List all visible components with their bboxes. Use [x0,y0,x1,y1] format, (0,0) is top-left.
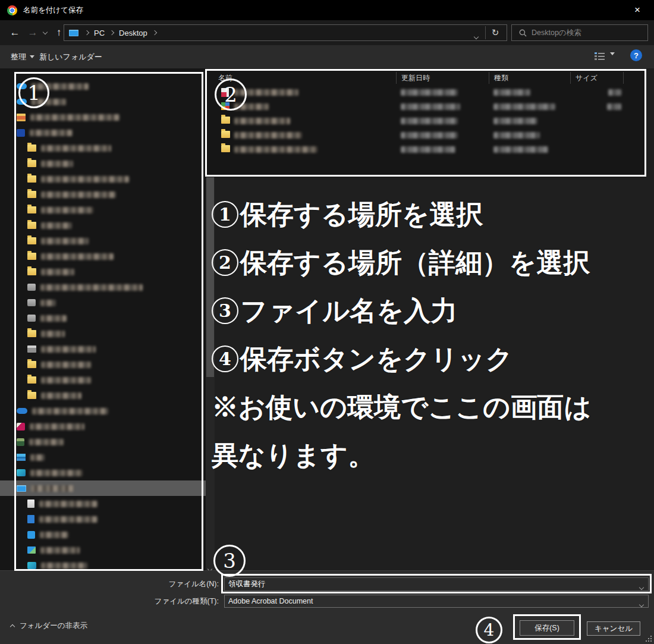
file-row[interactable] [206,115,646,127]
onedrive-icon [17,408,27,414]
tree-item[interactable] [0,372,206,388]
tree-item[interactable] [0,202,206,218]
cancel-button[interactable]: キャンセル [587,621,640,636]
redacted-label [41,392,81,399]
redacted-text [493,89,530,96]
tree-item[interactable] [0,341,206,357]
folder-icon [221,117,230,124]
filename-input[interactable]: 領収書発行 [224,577,649,591]
tree-item[interactable] [0,264,206,279]
breadcrumb-item-pc[interactable]: PC [92,29,107,37]
save-as-dialog: 名前を付けて保存 × ← → ↑ PC Desktop ↻ Desktopの検索 [0,0,654,644]
filetype-label: ファイルの種類(T): [0,596,219,607]
new-folder-button[interactable]: 新しいフォルダー [39,45,102,68]
tree-item[interactable] [0,450,206,465]
chevron-right-icon [152,30,157,35]
tree-item[interactable] [0,434,206,450]
tree-item[interactable] [0,187,206,202]
content-area: 名前 更新日時 種類 サイズ 1保存する場所を選択2保存する場所（詳細）を選択3… [0,68,654,570]
redacted-label [41,269,74,275]
folder-icon [27,361,36,368]
tree-item[interactable] [0,542,206,558]
redacted-label [32,83,89,90]
tree-item[interactable] [0,140,206,156]
hide-folders-button[interactable]: フォルダーの非表示 [11,621,87,631]
file-row[interactable] [206,130,646,142]
tree-item[interactable] [0,326,206,341]
tree-item[interactable] [0,249,206,264]
circled-number-icon: 2 [212,249,238,276]
column-header-type[interactable]: 種類 [490,71,571,84]
redacted-text [234,132,302,139]
redacted-label [31,485,74,492]
tree-item[interactable] [0,310,206,326]
tree-item[interactable] [0,465,206,480]
folder-icon [27,330,36,337]
column-divider[interactable] [570,72,571,84]
tree-item-selected[interactable] [0,480,206,496]
redacted-text [234,146,317,153]
recent-locations-dropdown[interactable] [40,20,50,45]
column-header-size[interactable]: サイズ [571,71,623,84]
app-blue-icon [17,129,25,137]
tree-item[interactable] [0,558,206,570]
tree-item[interactable] [0,78,206,94]
pdf-file-icon [221,88,229,97]
dropdown-triangle-icon [30,55,34,58]
view-dropdown[interactable] [610,55,615,66]
tree-item[interactable] [0,527,206,542]
breadcrumb[interactable]: PC Desktop ↻ [64,24,507,41]
forward-button[interactable]: → [25,20,40,45]
folder-icon [221,145,230,152]
close-button[interactable]: × [625,0,649,20]
chevron-down-icon [43,29,48,34]
redacted-text [401,118,458,124]
tree-item[interactable] [0,419,206,434]
tree-item[interactable] [0,109,206,125]
tree-item[interactable] [0,357,206,372]
column-divider[interactable] [623,72,624,84]
tree-item[interactable] [0,496,206,511]
tree-item[interactable] [0,403,206,419]
breadcrumb-item-desktop[interactable]: Desktop [117,29,150,37]
tree-item[interactable] [0,125,206,140]
file-row[interactable] [206,144,646,156]
chevron-right-icon [84,30,89,35]
column-divider[interactable] [396,72,397,84]
address-dropdown[interactable] [474,30,478,41]
tree-item[interactable] [0,156,206,171]
tree-item[interactable] [0,511,206,527]
search-input[interactable]: Desktopの検索 [511,24,648,41]
folder-icon [221,131,230,138]
tree-item[interactable] [0,233,206,249]
chevron-down-icon [640,600,643,608]
column-header-date[interactable]: 更新日時 [397,71,490,84]
file-row[interactable] [206,101,646,113]
help-button[interactable]: ? [630,49,642,61]
redacted-label [40,284,143,291]
instruction-line: 4保存ボタンをクリック [212,335,591,383]
resize-grip-icon[interactable] [650,640,652,642]
redacted-label [40,300,56,306]
tree-item[interactable] [0,171,206,187]
back-button[interactable]: ← [7,20,23,45]
tree-item[interactable] [0,295,206,310]
filetype-select[interactable]: Adobe Acrobat Document [224,595,649,608]
redacted-label [41,377,91,384]
redacted-label [29,439,64,445]
save-button[interactable]: 保存(S) [520,620,574,636]
tree-item[interactable] [0,388,206,403]
redacted-text [493,103,555,110]
folder-icon [27,392,36,399]
file-row[interactable] [206,87,646,99]
instruction-text: ファイル名を入力 [240,293,457,329]
refresh-button[interactable]: ↻ [486,25,504,40]
column-header-name[interactable]: 名前 [214,71,396,84]
tree-item[interactable] [0,94,206,109]
tree-item[interactable] [0,218,206,233]
organize-button[interactable]: 整理 [11,45,34,68]
tree-item[interactable] [0,279,206,295]
details-view-button[interactable] [595,52,605,63]
chevron-down-icon [474,34,479,39]
column-divider[interactable] [489,72,489,84]
